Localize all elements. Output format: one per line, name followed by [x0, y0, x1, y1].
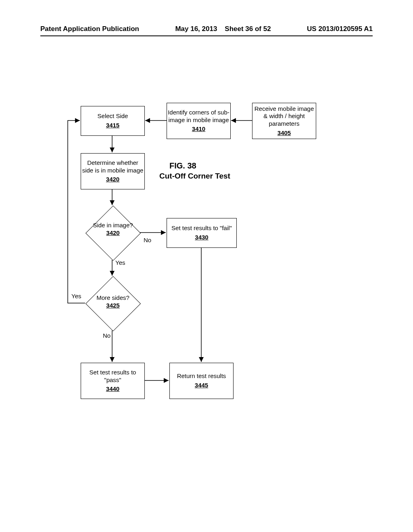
step-set-pass: Set test results to "pass" 3440	[81, 363, 145, 399]
label-yes-side: Yes	[115, 259, 125, 266]
decision-more-sides-label: More sides? 3425	[89, 294, 137, 310]
publication-date: May 16, 2013	[175, 25, 217, 33]
step-text: Set test results to "fail"	[167, 224, 236, 232]
publication-number: US 2013/0120595 A1	[307, 25, 373, 33]
step-return-results: Return test results 3445	[169, 363, 234, 399]
figure-title: Cut-Off Corner Test	[159, 172, 230, 181]
step-ref: 3410	[167, 125, 230, 133]
step-text: Receive mobile image & width / height pa…	[252, 105, 316, 128]
figure-number: FIG. 38	[169, 161, 196, 170]
step-ref: 3430	[167, 234, 236, 241]
step-text: Return test results	[170, 372, 233, 380]
step-text: Set test results to "pass"	[81, 369, 144, 384]
step-text: Determine whether side is in mobile imag…	[81, 159, 144, 175]
label-yes-more: Yes	[71, 293, 81, 299]
decision-side-in-image-label: Side in image? 3420	[89, 222, 137, 237]
sheet-number: Sheet 36 of 52	[225, 25, 271, 33]
decision-text: More sides?	[96, 294, 129, 301]
label-no-more: No	[103, 332, 111, 339]
label-no-side: No	[144, 237, 151, 243]
step-determine-side: Determine whether side is in mobile imag…	[81, 153, 145, 189]
flow-arrows	[0, 0, 413, 532]
page-header: Patent Application Publication May 16, 2…	[40, 25, 373, 36]
decision-ref: 3425	[106, 302, 119, 309]
step-ref: 3415	[81, 122, 144, 129]
step-text: Select Side	[81, 112, 144, 120]
decision-ref: 3420	[106, 229, 119, 236]
step-receive-image: Receive mobile image & width / height pa…	[252, 103, 316, 139]
step-ref: 3445	[170, 382, 233, 389]
page: Patent Application Publication May 16, 2…	[0, 0, 413, 532]
step-select-side: Select Side 3415	[81, 106, 145, 136]
step-text: Identify corners of sub-image in mobile …	[167, 109, 230, 124]
step-set-fail: Set test results to "fail" 3430	[167, 218, 237, 248]
step-identify-corners: Identify corners of sub-image in mobile …	[167, 103, 231, 139]
step-ref: 3405	[252, 129, 316, 137]
decision-text: Side in image?	[93, 222, 133, 229]
publication-type: Patent Application Publication	[40, 25, 139, 33]
step-ref: 3420	[81, 176, 144, 183]
step-ref: 3440	[81, 385, 144, 393]
